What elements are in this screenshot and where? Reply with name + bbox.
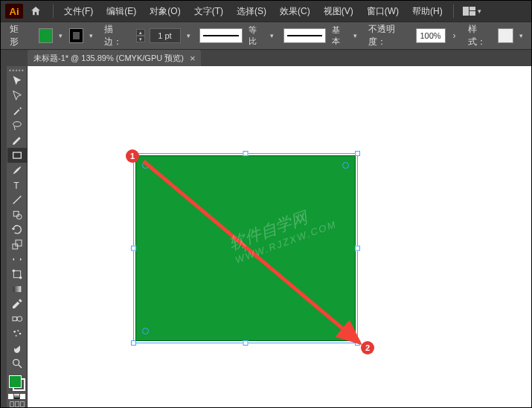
rectangle-shape[interactable] <box>135 155 356 341</box>
gradient-mode-icon[interactable] <box>14 394 19 399</box>
svg-point-12 <box>13 270 15 272</box>
fill-stroke-indicator[interactable] <box>7 374 27 392</box>
svg-rect-1 <box>469 7 475 10</box>
document-tab[interactable]: 未标题-1* @ 135.89% (CMYK/GPU 预览) × <box>28 50 201 66</box>
type-tool[interactable]: T <box>7 178 27 192</box>
color-mode-icon[interactable] <box>8 394 13 399</box>
stroke-swatch[interactable] <box>69 28 83 43</box>
chevron-down-icon[interactable]: ▾ <box>185 32 193 39</box>
selection-tool[interactable] <box>7 74 27 88</box>
svg-rect-14 <box>13 286 21 292</box>
corner-widget-icon[interactable] <box>142 328 149 334</box>
svg-point-18 <box>17 330 19 331</box>
scale-tool[interactable] <box>7 237 27 252</box>
svg-line-6 <box>13 196 21 204</box>
control-bar: 矩形 ▾ ▾ 描边： ▴▾ ▾ 等比 ▾ 基本 ▾ 不透明度： › 样式： ▾ <box>1 22 531 50</box>
corner-widget-icon[interactable] <box>342 162 349 169</box>
svg-rect-9 <box>13 244 18 249</box>
brush-def-label: 基本 <box>332 25 347 47</box>
svg-rect-4 <box>13 152 21 158</box>
fill-indicator[interactable] <box>9 375 22 388</box>
eyedropper-tool[interactable] <box>7 297 27 311</box>
blend-tool[interactable] <box>7 311 27 326</box>
menu-effect[interactable]: 效果(C) <box>274 1 316 22</box>
annotation-badge: 2 <box>361 341 374 354</box>
magic-wand-tool[interactable] <box>7 103 27 118</box>
document-tab-bar: 未标题-1* @ 135.89% (CMYK/GPU 预览) × <box>1 50 531 66</box>
resize-handle[interactable] <box>243 340 249 346</box>
gradient-tool[interactable] <box>7 282 27 297</box>
chevron-down-icon[interactable]: ▾ <box>57 32 65 39</box>
svg-point-21 <box>13 359 19 365</box>
lasso-tool[interactable] <box>7 118 27 133</box>
fill-swatch[interactable] <box>39 28 53 43</box>
stroke-label: 描边： <box>104 23 130 48</box>
brush-def-preview[interactable] <box>283 28 327 43</box>
menu-window[interactable]: 窗口(W) <box>361 1 405 22</box>
resize-handle[interactable] <box>355 246 360 251</box>
close-tab-icon[interactable]: × <box>190 53 196 64</box>
home-icon[interactable] <box>28 3 44 19</box>
free-transform-tool[interactable] <box>7 267 27 282</box>
menu-bar: Ai 文件(F) 编辑(E) 对象(O) 文字(T) 选择(S) 效果(C) 视… <box>1 1 531 22</box>
shaper-tool[interactable] <box>7 207 27 222</box>
menu-file[interactable]: 文件(F) <box>58 1 99 22</box>
svg-rect-7 <box>13 211 19 216</box>
active-tool-label: 矩形 <box>7 23 34 48</box>
width-profile-label: 等比 <box>249 25 264 47</box>
resize-handle[interactable] <box>131 340 136 346</box>
app-logo: Ai <box>5 4 23 19</box>
svg-point-16 <box>17 316 22 321</box>
svg-point-3 <box>13 122 21 127</box>
canvas[interactable]: 1 2 软件自学网 WWW.RJZXW.COM <box>28 66 531 407</box>
pen-tool[interactable] <box>7 133 27 148</box>
menu-view[interactable]: 视图(V) <box>318 1 359 22</box>
chevron-down-icon[interactable]: ▾ <box>88 32 95 39</box>
chevron-down-icon[interactable]: ▾ <box>269 32 276 39</box>
chevron-down-icon: ▾ <box>476 7 484 15</box>
corner-widget-icon[interactable] <box>342 328 349 334</box>
width-tool[interactable] <box>7 252 27 267</box>
stroke-weight-stepper[interactable]: ▴▾ <box>136 29 145 42</box>
symbol-sprayer-tool[interactable] <box>7 326 27 341</box>
separator <box>453 4 454 18</box>
resize-handle[interactable] <box>355 340 360 346</box>
none-mode-icon[interactable] <box>20 394 25 399</box>
layout-switcher-icon[interactable]: ▾ <box>458 7 488 16</box>
main-area: ••••• T <box>1 66 531 407</box>
opacity-input[interactable] <box>416 28 446 43</box>
menu-edit[interactable]: 编辑(E) <box>100 1 142 22</box>
style-label: 样式： <box>468 23 494 48</box>
chevron-down-icon[interactable]: ▾ <box>352 32 359 39</box>
line-tool[interactable] <box>7 192 27 207</box>
menu-object[interactable]: 对象(O) <box>144 1 186 22</box>
svg-rect-0 <box>463 7 469 16</box>
chevron-down-icon[interactable]: ▾ <box>518 32 525 39</box>
svg-rect-11 <box>13 271 20 277</box>
direct-selection-tool[interactable] <box>7 88 27 103</box>
app-window: Ai 文件(F) 编辑(E) 对象(O) 文字(T) 选择(S) 效果(C) 视… <box>0 0 532 408</box>
svg-rect-15 <box>13 317 16 320</box>
corner-widget-icon[interactable] <box>142 162 149 169</box>
menu-select[interactable]: 选择(S) <box>231 1 272 22</box>
width-profile-preview[interactable] <box>199 28 243 43</box>
svg-text:T: T <box>13 181 19 191</box>
hand-tool[interactable] <box>7 341 27 356</box>
color-mode-row[interactable] <box>8 394 25 399</box>
rectangle-tool[interactable] <box>7 148 27 163</box>
menu-text[interactable]: 文字(T) <box>188 1 229 22</box>
opacity-label: 不透明度： <box>368 23 411 48</box>
resize-handle[interactable] <box>355 151 360 156</box>
zoom-tool[interactable] <box>7 356 27 371</box>
svg-point-13 <box>19 276 22 279</box>
draw-mode-row[interactable] <box>8 401 26 407</box>
rotate-tool[interactable] <box>7 222 27 237</box>
graphic-style-swatch[interactable] <box>498 28 513 43</box>
opacity-next-icon[interactable]: › <box>450 30 459 41</box>
paintbrush-tool[interactable] <box>7 163 27 178</box>
svg-point-8 <box>16 214 22 219</box>
stroke-weight-input[interactable] <box>150 28 181 43</box>
toolbox-grip-icon[interactable]: ••••• <box>7 68 28 74</box>
menu-help[interactable]: 帮助(H) <box>406 1 449 22</box>
svg-point-19 <box>19 332 21 334</box>
